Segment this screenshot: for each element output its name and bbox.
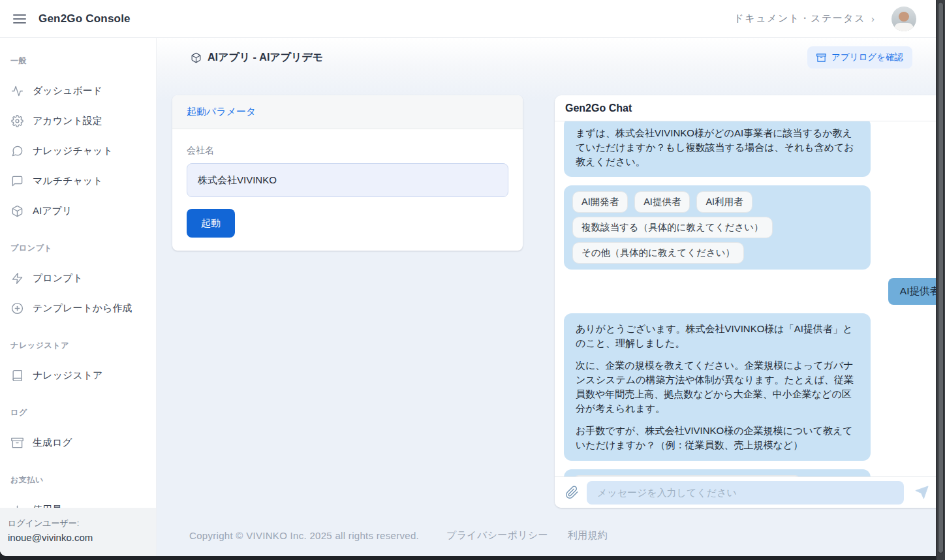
sidebar-item-knowledge-store[interactable]: ナレッジストア [0,360,156,390]
sidebar-item-prompt[interactable]: プロンプト [0,263,156,293]
chat-bubble-bot: AI開発者AI提供者AI利用者複数該当する（具体的に教えてください）その他（具体… [564,185,871,270]
chat-message-input[interactable] [587,481,904,505]
sidebar-item-template-create[interactable]: テンプレートから作成 [0,293,156,323]
chat-bubble-bot: 大企業（従業員数1000人以上または大規模売上）中堅企業（従業員数100~999… [564,469,871,476]
page-title: AIアプリ - AIアプリデモ [191,51,323,65]
sidebar-item-ai-app[interactable]: AIアプリ [0,196,156,226]
chat-bubble-bot: まずは、株式会社VIVINKO様がどのAI事業者に該当するか教えていただけますか… [564,121,871,177]
sidebar-item-account-settings[interactable]: アカウント設定 [0,106,156,136]
chat-message-text: AI提供者 [900,284,940,298]
app-log-button[interactable]: アプリログを確認 [807,46,912,69]
book-icon [11,369,23,382]
chat-option-chip[interactable]: AI利用者 [696,191,752,213]
company-name-label: 会社名 [187,145,508,157]
app-title: Gen2Go Console [39,12,131,25]
sidebar-item-label: テンプレートから作成 [33,302,132,315]
app-window: Gen2Go Console ドキュメント・ステータス › 一般ダッシュボードア… [0,0,945,556]
chat-message-row: AI開発者AI提供者AI利用者複数該当する（具体的に教えてください）その他（具体… [564,185,945,270]
chat-panel: Gen2Go Chat まずは、株式会社VIVINKO様がどのAI事業者に該当す… [555,95,945,508]
sidebar-item-knowledge-chat[interactable]: ナレッジチャット [0,136,156,166]
launch-params-panel: 起動パラメータ 会社名 起動 [172,95,523,251]
top-bar: Gen2Go Console ドキュメント・ステータス › [0,0,945,38]
sidebar-item-gen-log[interactable]: 生成ログ [0,428,156,458]
chat-option-chip[interactable]: 複数該当する（具体的に教えてください） [572,217,773,238]
send-icon[interactable] [914,485,929,500]
app-body: 一般ダッシュボードアカウント設定ナレッジチャットマルチチャットAIアプリプロンプ… [0,38,945,556]
chat-square-icon [11,175,23,187]
cube-icon [191,52,202,63]
chat-input-bar [555,476,945,508]
sidebar-section-header: ログ [0,397,156,428]
chat-option-chip[interactable]: AI開発者 [572,191,628,213]
chat-message-row: ありがとうございます。株式会社VIVINKO様は「AI提供者」とのこと、理解しま… [564,313,945,461]
chat-option-chip[interactable]: その他（具体的に教えてください） [572,242,744,264]
page-header: AIアプリ - AIアプリデモ アプリログを確認 [157,38,945,77]
chat-bubble-bot: ありがとうございます。株式会社VIVINKO様は「AI提供者」とのこと、理解しま… [564,313,871,461]
chat-message-text: ありがとうございます。株式会社VIVINKO様は「AI提供者」とのこと、理解しま… [576,322,859,350]
chat-scroll-content: まずは、株式会社VIVINKO様がどのAI事業者に該当するか教えていただけますか… [564,121,945,476]
chat-messages: まずは、株式会社VIVINKO様がどのAI事業者に該当するか教えていただけますか… [555,121,945,476]
chat-message-text: 次に、企業の規模を教えてください。企業規模によってガバナンスシステムの構築方法や… [576,358,859,415]
chat-panel-title: Gen2Go Chat [555,95,945,121]
page-scrollbar[interactable] [936,0,945,560]
sidebar-item-label: ダッシュボード [33,85,102,97]
footer-links: プライバシーポリシー利用規約 [446,529,608,542]
chat-round-icon [11,145,23,157]
page-title-text: AIアプリ - AIアプリデモ [208,51,323,65]
scrollbar-thumb[interactable] [938,2,944,553]
sidebar-item-label: 生成ログ [33,437,72,449]
footer-link[interactable]: 利用規約 [568,529,608,542]
user-avatar[interactable] [891,7,916,31]
sidebar-nav: 一般ダッシュボードアカウント設定ナレッジチャットマルチチャットAIアプリプロンプ… [0,38,156,525]
document-status-link[interactable]: ドキュメント・ステータス [734,12,865,25]
chat-option-chips: AI開発者AI提供者AI利用者複数該当する（具体的に教えてください）その他（具体… [572,191,862,264]
sidebar-item-dashboard[interactable]: ダッシュボード [0,76,156,106]
sidebar-item-multi-chat[interactable]: マルチチャット [0,166,156,196]
login-user-label: ログインユーザー: [8,518,149,529]
launch-params-body: 会社名 起動 [172,129,523,251]
sidebar-login-footer: ログインユーザー: inoue@vivinko.com [0,508,157,556]
paperclip-icon[interactable] [565,486,579,499]
copyright-text: Copyright © VIVINKO Inc. 2025 all rights… [189,530,419,541]
chat-message-text: まずは、株式会社VIVINKO様がどのAI事業者に該当するか教えていただけますか… [576,126,859,168]
bolt-icon [11,272,23,285]
chat-message-text: お手数ですが、株式会社VIVINKO様の企業規模について教えていただけますか？（… [576,424,859,452]
sidebar-item-label: マルチチャット [33,175,102,187]
company-name-input[interactable] [187,163,508,197]
cube-icon [11,205,23,217]
footer-link[interactable]: プライバシーポリシー [446,529,548,542]
sidebar-section-header: プロンプト [0,233,156,263]
content-row: 起動パラメータ 会社名 起動 Gen2Go Chat まずは、株式会社VIVIN… [157,95,945,508]
archive-icon [11,437,23,449]
login-user-email: inoue@vivinko.com [8,532,149,543]
launch-button[interactable]: 起動 [187,209,235,238]
chat-message-row: まずは、株式会社VIVINKO様がどのAI事業者に該当するか教えていただけますか… [564,121,945,177]
sidebar-item-label: プロンプト [33,272,83,285]
hamburger-menu-icon[interactable] [12,11,27,27]
main-area: AIアプリ - AIアプリデモ アプリログを確認 起動パラメータ 会社名 起動 [157,38,945,556]
launch-params-title: 起動パラメータ [172,95,523,129]
app-log-button-label: アプリログを確認 [831,52,903,63]
sidebar-item-label: ナレッジストア [33,369,102,382]
archive-icon [816,53,826,63]
sidebar-item-label: ナレッジチャット [33,145,113,157]
activity-icon [11,85,23,97]
page-footer: Copyright © VIVINKO Inc. 2025 all rights… [189,529,945,542]
sidebar-item-label: アカウント設定 [33,115,102,127]
topbar-right: ドキュメント・ステータス › [734,7,935,31]
chat-option-chip[interactable]: AI提供者 [634,191,690,213]
sidebar-item-label: AIアプリ [33,205,72,217]
chevron-right-icon: › [871,13,875,24]
chat-message-row: 大企業（従業員数1000人以上または大規模売上）中堅企業（従業員数100~999… [564,469,945,476]
sidebar: 一般ダッシュボードアカウント設定ナレッジチャットマルチチャットAIアプリプロンプ… [0,38,157,556]
plus-circle-icon [11,302,23,315]
gear-icon [11,115,23,127]
chat-message-row: AI提供者 [564,278,945,304]
sidebar-section-header: お支払い [0,465,156,495]
sidebar-section-header: ナレッジストア [0,330,156,360]
sidebar-section-header: 一般 [0,46,156,76]
